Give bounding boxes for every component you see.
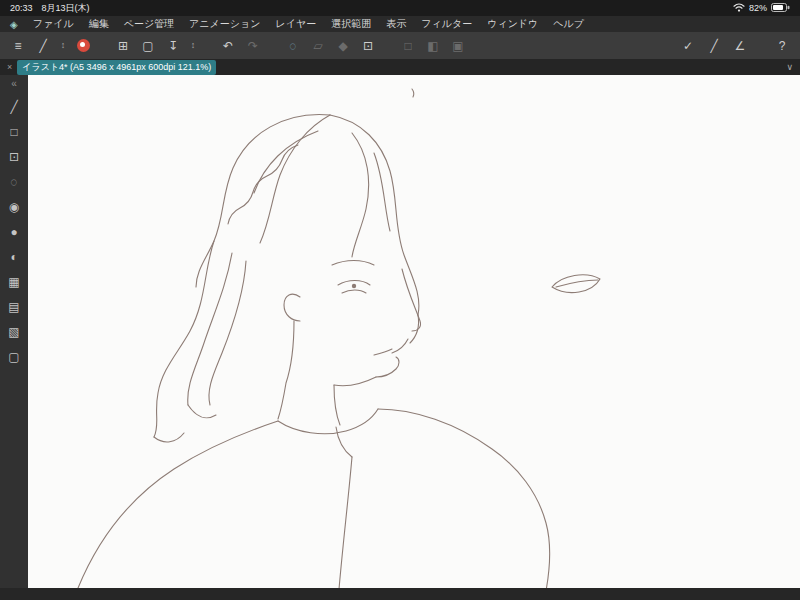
menu-item-window[interactable]: ウィンドウ (487, 17, 538, 31)
main-content: « ╱ □ ⊡ ◌ ◉ ● ◐ ▦ ▤ ▧ ▢ (0, 75, 800, 588)
save-icon[interactable]: ↧ (163, 36, 183, 56)
bottom-bar (0, 588, 800, 600)
menu-item-edit[interactable]: 編集 (89, 17, 109, 31)
tool-sidebar: « ╱ □ ⊡ ◌ ◉ ● ◐ ▦ ▤ ▧ ▢ (0, 75, 28, 588)
canvas-tab-active[interactable]: イラスト4* (A5 3496 x 4961px 600dpi 121.1%) (17, 60, 216, 75)
drawing-canvas[interactable] (28, 75, 800, 588)
pen-tool-icon[interactable]: ╱ (4, 99, 24, 115)
selection-launcher-icon[interactable]: ◌ (283, 36, 303, 56)
snap-ruler-icon[interactable]: ✓ (678, 36, 698, 56)
tab-close-icon[interactable]: × (7, 62, 12, 72)
pen-settings-chevron-icon[interactable]: ↕ (58, 36, 68, 56)
decoration-tool-icon[interactable]: ◉ (4, 199, 24, 215)
frame-icon[interactable]: ▣ (448, 36, 468, 56)
wifi-icon (733, 3, 745, 14)
menu-item-page-manage[interactable]: ページ管理 (124, 17, 174, 31)
select-rect-icon[interactable]: □ (398, 36, 418, 56)
tab-list-chevron-icon[interactable]: ∨ (786, 62, 793, 72)
command-bar: ≡ ╱ ↕ ⊞ ▢ ↧ ↕ ↶ ↷ ◌ ▱ ◆ ⊡ □ ◧ ▣ ✓ ╱ ∠ ? (0, 32, 800, 59)
menu-item-filter[interactable]: フィルター (421, 17, 472, 31)
save-chevron-icon[interactable]: ↕ (188, 36, 198, 56)
clip-studio-paint-app: 20:33 8月13日(木) 82% ◈ ファイル 編集 ページ管理 アニメーシ… (0, 0, 800, 600)
battery-percent: 82% (749, 3, 767, 13)
snap-special-ruler-icon[interactable]: ╱ (704, 36, 724, 56)
eyedropper-tool-icon[interactable]: ● (4, 224, 24, 240)
fill-icon[interactable]: ◆ (333, 36, 353, 56)
redo-icon[interactable]: ↷ (243, 36, 263, 56)
crop-icon[interactable]: ⊡ (358, 36, 378, 56)
undo-icon[interactable]: ↶ (218, 36, 238, 56)
layers-panel-icon[interactable]: ▤ (4, 299, 24, 315)
menu-item-layer[interactable]: レイヤー (276, 17, 317, 31)
sidebar-collapse-icon[interactable]: « (4, 78, 24, 90)
eraser-icon[interactable]: ▱ (308, 36, 328, 56)
main-menu-icon[interactable]: ≡ (8, 36, 28, 56)
snap-guide-icon[interactable]: ∠ (730, 36, 750, 56)
menu-item-selection[interactable]: 選択範囲 (331, 17, 371, 31)
menu-item-view[interactable]: 表示 (386, 17, 406, 31)
menu-item-animation[interactable]: アニメーション (189, 17, 260, 31)
help-icon[interactable]: ? (772, 36, 792, 56)
gradient-icon[interactable]: ◧ (423, 36, 443, 56)
canvas-sketch (28, 75, 800, 588)
balloon-tool-icon[interactable]: □ (4, 124, 24, 140)
blend-tool-icon[interactable]: ◐ (4, 249, 24, 265)
status-time: 20:33 (10, 3, 33, 13)
menu-item-file[interactable]: ファイル (33, 17, 74, 31)
material-panel-icon[interactable]: ▧ (4, 324, 24, 340)
airbrush-tool-icon[interactable]: ◌ (4, 174, 24, 190)
menu-item-help[interactable]: ヘルプ (553, 17, 584, 31)
text-tool-icon[interactable]: ⊡ (4, 149, 24, 165)
battery-icon (771, 3, 790, 14)
canvas-tab-bar: × イラスト4* (A5 3496 x 4961px 600dpi 121.1%… (0, 59, 800, 75)
grid-tool-icon[interactable]: ▦ (4, 274, 24, 290)
pen-settings-icon[interactable]: ╱ (33, 36, 53, 56)
open-file-icon[interactable]: ▢ (138, 36, 158, 56)
status-bar: 20:33 8月13日(木) 82% (0, 0, 800, 16)
status-date: 8月13日(木) (42, 2, 90, 15)
clip-studio-icon[interactable] (73, 36, 93, 56)
menu-bar: ◈ ファイル 編集 ページ管理 アニメーション レイヤー 選択範囲 表示 フィル… (0, 16, 800, 32)
new-canvas-icon[interactable]: ⊞ (113, 36, 133, 56)
app-logo-icon[interactable]: ◈ (10, 19, 18, 30)
folder-panel-icon[interactable]: ▢ (4, 349, 24, 365)
